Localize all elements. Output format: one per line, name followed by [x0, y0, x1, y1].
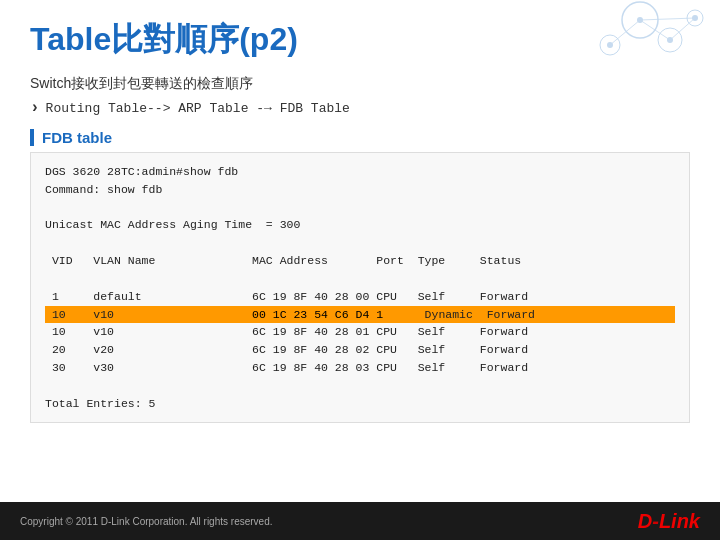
- dlink-logo-d: D: [638, 510, 652, 532]
- terminal-line-6: [45, 377, 675, 395]
- terminal-row-3: 10 v10 6C 19 8F 40 28 01 CPU Self Forwar…: [45, 323, 675, 341]
- routing-line: › Routing Table--> ARP Table -→ FDB Tabl…: [30, 99, 690, 117]
- dlink-logo: D-Link: [638, 510, 700, 533]
- svg-point-9: [667, 37, 673, 43]
- terminal-line-4: [45, 234, 675, 252]
- page: Table比對順序(p2) Switch接收到封包要轉送的檢查順序 › Rout…: [0, 0, 720, 540]
- dlink-logo-dash: -: [652, 510, 659, 532]
- chevron-icon: ›: [30, 99, 40, 117]
- terminal-line-3: Unicast MAC Address Aging Time = 300: [45, 216, 675, 234]
- terminal-line-1: Command: show fdb: [45, 181, 675, 199]
- footer: Copyright © 2011 D-Link Corporation. All…: [0, 502, 720, 540]
- subtitle: Switch接收到封包要轉送的檢查順序: [30, 75, 690, 93]
- terminal-row-1: 1 default 6C 19 8F 40 28 00 CPU Self For…: [45, 288, 675, 306]
- svg-point-8: [637, 17, 643, 23]
- terminal-row-5: 30 v30 6C 19 8F 40 28 03 CPU Self Forwar…: [45, 359, 675, 377]
- svg-point-11: [692, 15, 698, 21]
- top-graphic: [500, 0, 720, 70]
- dlink-logo-link: Link: [659, 510, 700, 532]
- svg-line-5: [610, 20, 640, 45]
- content: Switch接收到封包要轉送的檢查順序 › Routing Table--> A…: [30, 75, 690, 423]
- terminal-header: VID VLAN Name MAC Address Port Type Stat…: [45, 252, 675, 270]
- svg-point-10: [607, 42, 613, 48]
- routing-text: Routing Table--> ARP Table -→ FDB Table: [46, 101, 350, 116]
- terminal-total: Total Entries: 5: [45, 395, 675, 413]
- terminal-row-4: 20 v20 6C 19 8F 40 28 02 CPU Self Forwar…: [45, 341, 675, 359]
- terminal-block: DGS 3620 28TC:admin#show fdb Command: sh…: [30, 152, 690, 423]
- title-bar: Table比對順序(p2): [30, 18, 298, 62]
- fdb-label: FDB table: [30, 129, 690, 146]
- terminal-line-2: [45, 199, 675, 217]
- terminal-line-0: DGS 3620 28TC:admin#show fdb: [45, 163, 675, 181]
- terminal-line-5: [45, 270, 675, 288]
- main-title: Table比對順序(p2): [30, 18, 298, 62]
- copyright-text: Copyright © 2011 D-Link Corporation. All…: [20, 516, 273, 527]
- terminal-row-2: 10 v10 00 1C 23 54 C6 D4 1 Dynamic Forwa…: [45, 306, 675, 324]
